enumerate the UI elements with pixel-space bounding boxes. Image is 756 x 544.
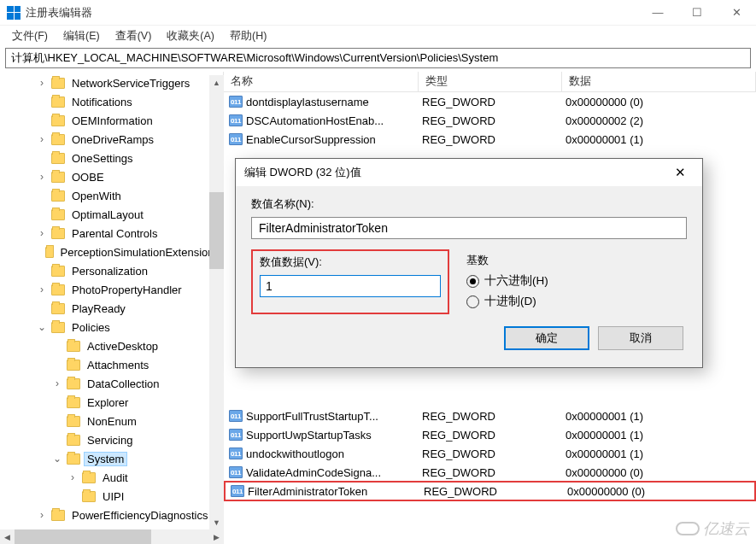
scroll-thumb[interactable]: [209, 192, 224, 269]
tree-item-label: NonEnum: [84, 415, 140, 428]
expand-icon[interactable]: ›: [36, 227, 48, 239]
folder-icon: [51, 510, 65, 521]
tree-item-uipi[interactable]: UIPI: [0, 487, 223, 506]
cell-name: undockwithoutlogon: [246, 447, 422, 460]
cell-data: 0x00000000 (0): [567, 485, 754, 498]
col-type[interactable]: 类型: [419, 72, 562, 91]
tree-item-label: DataCollection: [84, 377, 163, 390]
minimize-button[interactable]: —: [638, 0, 677, 26]
folder-icon: [51, 303, 65, 314]
folder-icon: [67, 397, 80, 408]
expand-icon[interactable]: ›: [36, 284, 48, 295]
col-name[interactable]: 名称: [224, 72, 419, 91]
tree-item-personalization[interactable]: Personalization: [0, 261, 223, 280]
tree-item-onesettings[interactable]: OneSettings: [0, 149, 223, 167]
expand-icon[interactable]: ⌄: [51, 453, 63, 465]
list-row[interactable]: DSCAutomationHostEnab...REG_DWORD0x00000…: [224, 111, 756, 130]
menu-help[interactable]: 帮助(H): [223, 27, 273, 45]
folder-icon: [51, 115, 65, 126]
tree-item-label: OneDriveRamps: [68, 133, 157, 146]
dialog-title: 编辑 DWORD (32 位)值: [244, 165, 666, 180]
list-row[interactable]: FilterAdministratorTokenREG_DWORD0x00000…: [224, 481, 756, 501]
tree-item-perceptionsimulationextensions[interactable]: PerceptionSimulationExtensions: [0, 243, 223, 261]
dword-icon: [229, 429, 243, 441]
tree-item-label: OpenWith: [68, 190, 125, 202]
tree-item-openwith[interactable]: OpenWith: [0, 186, 223, 205]
tree-item-audit[interactable]: ›Audit: [0, 468, 223, 487]
scroll-thumb-h[interactable]: [15, 529, 151, 544]
cell-type: REG_DWORD: [422, 447, 566, 460]
address-bar[interactable]: 计算机\HKEY_LOCAL_MACHINE\SOFTWARE\Microsof…: [5, 48, 751, 68]
cell-type: REG_DWORD: [422, 410, 566, 423]
tree-item-label: PowerEfficiencyDiagnostics: [68, 509, 211, 522]
menu-favorites[interactable]: 收藏夹(A): [160, 27, 221, 45]
tree-item-policies[interactable]: ⌄Policies: [0, 318, 223, 336]
tree-item-system[interactable]: ⌄System: [0, 449, 223, 468]
expand-icon[interactable]: ›: [36, 171, 48, 183]
expand-icon[interactable]: ›: [67, 471, 79, 483]
tree-item-parental-controls[interactable]: ›Parental Controls: [0, 224, 223, 243]
scroll-up-icon[interactable]: ▲: [209, 75, 224, 90]
radix-dec-label: 十进制(D): [484, 294, 536, 309]
col-data[interactable]: 数据: [562, 72, 756, 91]
dialog-close-button[interactable]: ✕: [666, 165, 694, 180]
tree-item-label: OOBE: [68, 171, 108, 184]
folder-icon: [51, 266, 65, 277]
dword-icon: [229, 447, 243, 459]
tree-item-notifications[interactable]: Notifications: [0, 92, 223, 111]
tree-item-attachments[interactable]: Attachments: [0, 355, 223, 374]
menu-view[interactable]: 查看(V): [108, 27, 159, 45]
list-row[interactable]: ValidateAdminCodeSigna...REG_DWORD0x0000…: [224, 463, 756, 482]
tree-item-photopropertyhandler[interactable]: ›PhotoPropertyHandler: [0, 280, 223, 299]
radix-dec-option[interactable]: 十进制(D): [466, 294, 687, 309]
maximize-button[interactable]: ☐: [677, 0, 717, 26]
tree-item-playready[interactable]: PlayReady: [0, 299, 223, 318]
tree-item-explorer[interactable]: Explorer: [0, 393, 223, 412]
folder-icon: [67, 378, 80, 389]
dword-icon: [229, 410, 243, 422]
list-row[interactable]: dontdisplaylastusernameREG_DWORD0x000000…: [224, 92, 756, 111]
value-data-input[interactable]: [260, 275, 441, 297]
tree-item-onedriveramps[interactable]: ›OneDriveRamps: [0, 130, 223, 149]
ok-button[interactable]: 确定: [504, 326, 589, 350]
list-row[interactable]: SupportUwpStartupTasksREG_DWORD0x0000000…: [224, 425, 756, 444]
folder-icon: [51, 172, 65, 183]
tree-item-label: System: [84, 452, 127, 466]
tree-item-servicing[interactable]: Servicing: [0, 430, 223, 449]
expand-icon[interactable]: ›: [36, 133, 48, 145]
value-name-field: FilterAdministratorToken: [251, 217, 687, 239]
tree-item-networkservicetriggers[interactable]: ›NetworkServiceTriggers: [0, 73, 223, 92]
tree-panel[interactable]: ›NetworkServiceTriggersNotificationsOEMI…: [0, 72, 224, 542]
menu-file[interactable]: 文件(F): [5, 27, 55, 45]
menu-edit[interactable]: 编辑(E): [56, 27, 107, 45]
tree-vscroll[interactable]: ▲ ▼: [209, 75, 224, 529]
tree-item-nonenum[interactable]: NonEnum: [0, 412, 223, 430]
scroll-left-icon[interactable]: ◀: [0, 529, 15, 544]
expand-icon[interactable]: ›: [36, 77, 48, 89]
tree-item-powerefficiencydiagnostics[interactable]: ›PowerEfficiencyDiagnostics: [0, 506, 223, 524]
tree-item-oobe[interactable]: ›OOBE: [0, 167, 223, 186]
expand-icon[interactable]: ⌄: [36, 321, 48, 333]
cancel-button[interactable]: 取消: [598, 326, 683, 350]
close-button[interactable]: ✕: [717, 0, 756, 26]
tree-item-activedesktop[interactable]: ActiveDesktop: [0, 336, 223, 355]
list-row[interactable]: undockwithoutlogonREG_DWORD0x00000001 (1…: [224, 444, 756, 463]
folder-icon: [51, 190, 65, 202]
scroll-down-icon[interactable]: ▼: [209, 515, 224, 529]
radix-hex-option[interactable]: 十六进制(H): [466, 273, 687, 289]
list-row[interactable]: EnableCursorSuppressionREG_DWORD0x000000…: [224, 130, 756, 149]
expand-icon[interactable]: ›: [51, 377, 63, 389]
tree-item-oeminformation[interactable]: OEMInformation: [0, 111, 223, 130]
cell-name: EnableCursorSuppression: [246, 133, 422, 146]
tree-item-label: PlayReady: [68, 302, 129, 315]
tree-hscroll[interactable]: ◀ ▶: [0, 529, 224, 544]
radio-icon: [466, 275, 479, 288]
folder-icon: [51, 78, 65, 89]
list-row[interactable]: SupportFullTrustStartupT...REG_DWORD0x00…: [224, 407, 756, 425]
radio-icon: [466, 295, 479, 308]
cell-type: REG_DWORD: [422, 133, 566, 146]
tree-item-optimallayout[interactable]: OptimalLayout: [0, 205, 223, 224]
scroll-right-icon[interactable]: ▶: [209, 529, 224, 544]
expand-icon[interactable]: ›: [36, 509, 48, 521]
tree-item-datacollection[interactable]: ›DataCollection: [0, 374, 223, 393]
